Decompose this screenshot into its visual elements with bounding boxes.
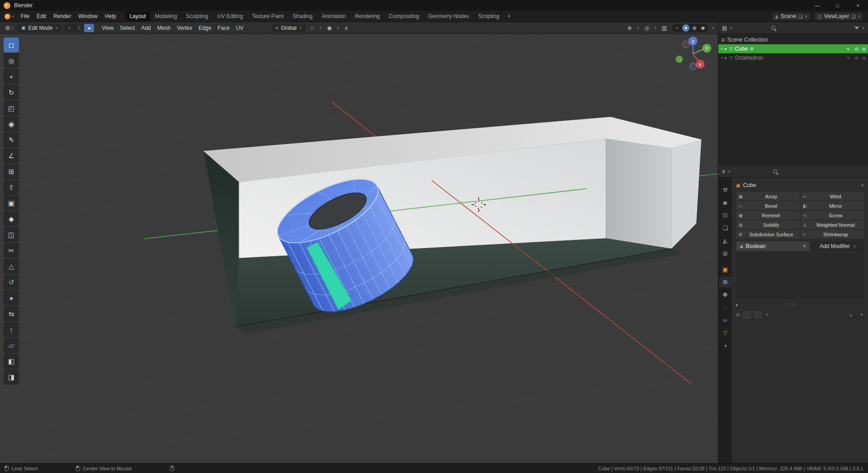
tool-rip-edge[interactable]: ◨ — [4, 370, 19, 384]
tab-physics[interactable]: ◌ — [719, 302, 731, 313]
modifier-shortcut-weighted-normal[interactable]: ∠Weighted Normal — [801, 220, 864, 229]
proportional-options-dropdown[interactable]: ∨ — [337, 26, 340, 30]
close-button[interactable]: × — [848, 0, 868, 11]
hide-render-icon[interactable]: ◘ — [863, 47, 865, 52]
show-gizmo-toggle[interactable]: ⊕ — [626, 24, 634, 32]
modifier-shortcut-weld[interactable]: ∞Weld — [801, 192, 864, 201]
falloff-icon[interactable]: ∧ — [343, 24, 350, 32]
menu-face[interactable]: Face — [214, 23, 233, 33]
modifier-shortcut-solidify[interactable]: ▤Solidify — [736, 220, 800, 229]
remove-viewlayer-icon[interactable]: × — [858, 14, 860, 19]
collapsed-panel-header[interactable]: ▸ ∷∷ — [736, 301, 864, 308]
tab-uv-editing[interactable]: UV Editing — [213, 11, 248, 21]
modifier-shortcut-screw[interactable]: ∿Screw — [801, 211, 864, 220]
material-shading-button[interactable]: ◍ — [691, 24, 698, 32]
menu-window[interactable]: Window — [75, 12, 101, 21]
editor-type-button[interactable]: ⊞ ∨ — [4, 24, 16, 32]
snap-magnet-toggle[interactable]: ∩ — [309, 24, 316, 32]
hide-viewport-icon[interactable]: ⊙ — [855, 56, 859, 61]
properties-editor-icon[interactable]: ≡ — [722, 169, 725, 175]
solid-shading-button[interactable]: ● — [682, 24, 689, 32]
outliner-row-scene-collection[interactable]: ▤ Scene Collection — [718, 35, 868, 44]
outliner-editor-icon[interactable]: ▤ — [722, 25, 727, 31]
wireframe-shading-button[interactable]: ○ — [674, 24, 681, 32]
tab-modifiers[interactable]: ⚙ — [719, 277, 731, 287]
menu-edit[interactable]: Edit — [33, 12, 50, 21]
tab-sculpting[interactable]: Sculpting — [181, 11, 212, 21]
menu-select[interactable]: Select — [117, 23, 138, 33]
modifier-shortcut-remesh[interactable]: ▩Remesh — [736, 211, 800, 220]
xray-toggle[interactable]: ▥ — [660, 24, 669, 32]
tool-annotate[interactable]: ✎ — [4, 132, 19, 147]
orientation-selector[interactable]: ⌖ Global ∨ — [272, 24, 306, 32]
tool-loop-cut[interactable]: ◫ — [4, 227, 19, 242]
add-workspace-button[interactable]: + — [504, 12, 514, 20]
add-modifier-dropdown[interactable]: Add Modifier ∨ — [811, 242, 864, 251]
modifier-shortcut-bevel[interactable]: ◇Bevel — [736, 201, 800, 210]
filter-funnel-icon[interactable] — [854, 27, 859, 29]
minimize-button[interactable]: — — [807, 0, 827, 11]
overlay-options-dropdown[interactable]: ∨ — [654, 26, 657, 30]
apply-list-icon[interactable]: ✓ — [744, 312, 750, 318]
tab-modeling[interactable]: Modeling — [151, 11, 182, 21]
outliner-row-octahedron[interactable]: • ▸ ▽ Octahedron ↖ ⊙ ◘ — [718, 53, 868, 62]
menu-edge[interactable]: Edge — [195, 23, 214, 33]
remove-list-icon[interactable]: × — [755, 312, 761, 318]
tab-output[interactable]: ⊡ — [719, 210, 731, 220]
tool-shear[interactable]: ▱ — [4, 338, 19, 353]
boolean-modifier-button[interactable]: ◪ Boolean × — [736, 242, 809, 251]
menu-render[interactable]: Render — [50, 12, 75, 21]
blender-app-menu[interactable]: ∨ — [2, 14, 17, 19]
menu-mesh[interactable]: Mesh — [154, 23, 174, 33]
tab-constraints[interactable]: ∞ — [719, 315, 731, 325]
rendered-shading-button[interactable]: ◉ — [699, 24, 707, 32]
new-scene-icon[interactable]: ❏ — [798, 14, 802, 19]
tab-rendering[interactable]: Rendering — [350, 11, 384, 21]
unlink-scene-icon[interactable]: × — [805, 14, 807, 19]
remove-modifier-icon[interactable]: × — [803, 243, 806, 249]
selectable-icon[interactable]: ↖ — [847, 47, 850, 52]
menu-add[interactable]: Add — [138, 23, 154, 33]
viewlayer-selector[interactable]: ◫ ViewLayer ❏ × — [814, 12, 863, 21]
tool-spin[interactable]: ↺ — [4, 275, 19, 290]
chevron-down-icon[interactable]: ∨ — [728, 169, 731, 173]
tool-shrink-fatten[interactable]: ↕ — [4, 322, 19, 337]
modifier-shortcut-subdivision-surface[interactable]: ⊞Subdivision Surface — [736, 230, 800, 239]
tab-geometry-nodes[interactable]: Geometry Nodes — [424, 11, 474, 21]
tab-render[interactable]: ◙ — [719, 197, 731, 208]
tab-object[interactable]: ▣ — [719, 264, 731, 275]
tool-move[interactable]: + — [4, 69, 19, 84]
tab-material[interactable]: ◑ — [719, 340, 731, 351]
outliner-row-cube[interactable]: • ▸ ▽ Cube ⚙ ↖ ⊙ ◘ — [718, 44, 868, 53]
tab-shading[interactable]: Shading — [288, 11, 317, 21]
menu-uv[interactable]: UV — [233, 23, 247, 33]
tool-bevel[interactable]: ◆ — [4, 211, 19, 226]
tool-add-cube[interactable]: ⊞ — [4, 164, 19, 179]
extras-dropdown-icon[interactable]: ∨ — [765, 313, 768, 317]
modifier-shortcut-array[interactable]: ▦Array — [736, 192, 800, 201]
expand-icon[interactable]: ▸ — [725, 47, 727, 51]
vertex-select-button[interactable]: • — [64, 24, 74, 32]
chevron-down-icon[interactable]: ∨ — [730, 26, 732, 30]
hide-render-icon[interactable]: ◘ — [863, 56, 865, 61]
search-icon[interactable] — [771, 26, 775, 30]
menu-help[interactable]: Help — [101, 12, 120, 21]
tab-view-layer[interactable]: ❏ — [719, 223, 731, 233]
tool-rotate[interactable]: ↻ — [4, 85, 19, 100]
tool-measure[interactable]: ∠ — [4, 148, 19, 163]
tool-poly-build[interactable]: △ — [4, 259, 19, 274]
tab-particles[interactable]: ✽ — [719, 290, 731, 300]
pin-icon[interactable]: ⌖ — [861, 182, 864, 188]
tool-scale[interactable]: ◰ — [4, 101, 19, 116]
gizmo-options-dropdown[interactable]: ∨ — [637, 26, 640, 30]
move-down-icon[interactable]: ▼ — [859, 312, 864, 317]
menu-file[interactable]: File — [17, 12, 33, 21]
edge-select-button[interactable]: ╲ — [74, 24, 84, 32]
selectable-icon[interactable]: ↖ — [847, 56, 850, 61]
expand-icon[interactable]: ▸ — [736, 302, 738, 307]
menu-view[interactable]: View — [99, 23, 117, 33]
face-select-button[interactable]: ▰ — [84, 24, 94, 32]
tool-edge-slide[interactable]: ⇆ — [4, 306, 19, 321]
mode-selector[interactable]: ▣ Edit Mode ∨ — [18, 24, 61, 32]
tool-extrude-region[interactable]: ⇧ — [4, 180, 19, 195]
